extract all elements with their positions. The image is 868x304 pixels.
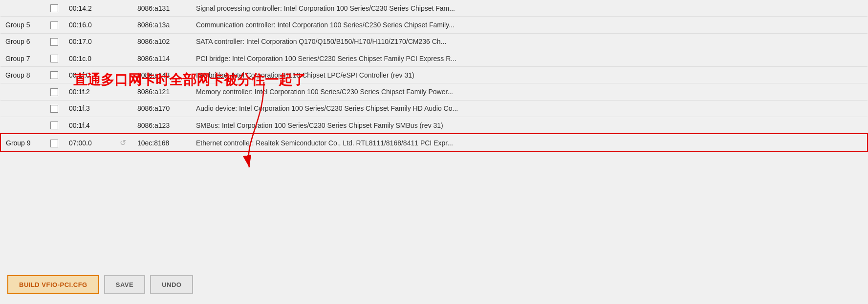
bus-address: 00:1f.4 [64,117,113,134]
device-checkbox[interactable] [50,55,58,62]
icon-cell [113,33,132,50]
device-description: SATA controller: Intel Corporation Q170/… [191,33,868,50]
icon-cell [113,0,132,17]
icon-cell [113,17,132,33]
group-label [0,83,44,100]
checkbox-cell [44,83,64,100]
undo-button[interactable]: UNDO [150,275,193,294]
recycle-icon[interactable]: ↺ [120,139,126,147]
table-row: Group 907:00.0↺10ec:8168Ethernet control… [0,134,868,152]
device-checkbox[interactable] [50,88,58,96]
bus-address: 00:1f.0 [64,67,113,83]
device-checkbox[interactable] [50,4,58,12]
bus-address: 00:14.2 [64,0,113,17]
device-id: 8086:a143 [132,67,191,83]
icon-cell [113,83,132,100]
group-label: Group 8 [0,67,44,83]
group-label: Group 7 [0,50,44,66]
device-table: 00:14.28086:a131Signal processing contro… [0,0,868,152]
icon-cell [113,100,132,117]
icon-cell: ↺ [113,134,132,152]
device-description: PCI bridge: Intel Corporation 100 Series… [191,50,868,66]
device-id: 8086:a170 [132,100,191,117]
device-id: 8086:a13a [132,17,191,33]
table-row: Group 700:1c.08086:a114PCI bridge: Intel… [0,50,868,66]
bus-address: 00:1f.3 [64,100,113,117]
bus-address: 07:00.0 [64,134,113,152]
table-row: Group 600:17.08086:a102SATA controller: … [0,33,868,50]
device-description: Signal processing controller: Intel Corp… [191,0,868,17]
device-checkbox[interactable] [50,105,58,113]
checkbox-cell [44,50,64,66]
group-label [0,0,44,17]
checkbox-cell [44,67,64,83]
device-description: ISA bridge: Intel Corporation H110 Chips… [191,67,868,83]
device-description: Ethernet controller: Realtek Semiconduct… [191,134,868,152]
device-id: 8086:a121 [132,83,191,100]
device-checkbox[interactable] [50,21,58,29]
table-row: 00:1f.48086:a123SMBus: Intel Corporation… [0,117,868,134]
device-id: 8086:a131 [132,0,191,17]
checkbox-cell [44,117,64,134]
device-description: Audio device: Intel Corporation 100 Seri… [191,100,868,117]
group-label: Group 5 [0,17,44,33]
build-vfio-button[interactable]: BUILD VFIO-PCI.CFG [7,275,99,294]
checkbox-cell [44,0,64,17]
device-id: 10ec:8168 [132,134,191,152]
table-row: 00:14.28086:a131Signal processing contro… [0,0,868,17]
checkbox-cell [44,100,64,117]
save-button[interactable]: SAVE [104,275,145,294]
bus-address: 00:16.0 [64,17,113,33]
table-row: 00:1f.38086:a170Audio device: Intel Corp… [0,100,868,117]
bus-address: 00:1f.2 [64,83,113,100]
table-row: Group 800:1f.08086:a143ISA bridge: Intel… [0,67,868,83]
main-container: 00:14.28086:a131Signal processing contro… [0,0,868,304]
device-id: 8086:a102 [132,33,191,50]
device-checkbox[interactable] [50,140,58,147]
device-id: 8086:a123 [132,117,191,134]
device-checkbox[interactable] [50,71,58,79]
table-row: 00:1f.28086:a121Memory controller: Intel… [0,83,868,100]
device-description: SMBus: Intel Corporation 100 Series/C230… [191,117,868,134]
checkbox-cell [44,33,64,50]
bottom-toolbar: BUILD VFIO-PCI.CFG SAVE UNDO [0,270,200,299]
checkbox-cell [44,134,64,152]
icon-cell [113,67,132,83]
device-description: Communication controller: Intel Corporat… [191,17,868,33]
checkbox-cell [44,17,64,33]
group-label [0,117,44,134]
device-description: Memory controller: Intel Corporation 100… [191,83,868,100]
icon-cell [113,117,132,134]
icon-cell [113,50,132,66]
device-table-area: 00:14.28086:a131Signal processing contro… [0,0,868,152]
device-checkbox[interactable] [50,122,58,129]
group-label [0,100,44,117]
group-label: Group 9 [0,134,44,152]
table-row: Group 500:16.08086:a13aCommunication con… [0,17,868,33]
bus-address: 00:17.0 [64,33,113,50]
group-label: Group 6 [0,33,44,50]
device-id: 8086:a114 [132,50,191,66]
bus-address: 00:1c.0 [64,50,113,66]
device-checkbox[interactable] [50,38,58,46]
